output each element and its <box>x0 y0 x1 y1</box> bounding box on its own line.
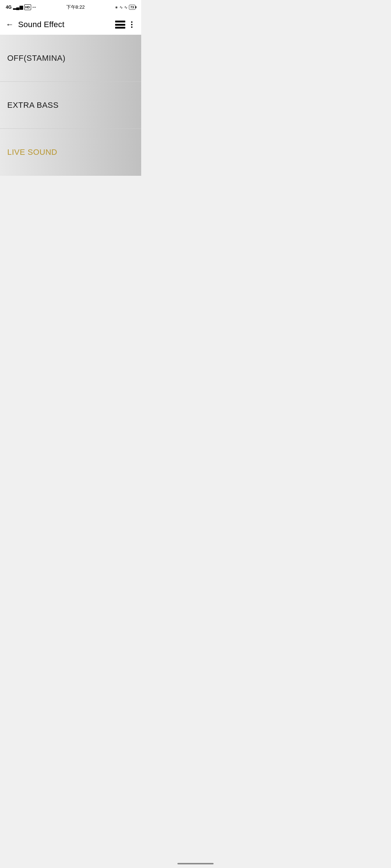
sound-item-label: OFF(STAMINA) <box>7 54 66 63</box>
list-item-live-sound[interactable]: LIVE SOUND <box>0 129 141 176</box>
back-button[interactable]: ← <box>6 20 14 29</box>
list-item-off-stamina[interactable]: OFF(STAMINA) <box>0 35 141 82</box>
battery-indicator: 73 <box>129 5 135 10</box>
status-left: 4G ▂▄▆ HD ··· <box>6 4 36 10</box>
signal-bars: ▂▄▆ <box>13 5 23 10</box>
wifi2-icon: ∿ <box>124 5 127 10</box>
wifi-icon: ∿ <box>119 5 123 10</box>
hd-badge: HD <box>24 4 31 10</box>
page-title: Sound Effect <box>18 20 115 29</box>
status-right: ∗ ∿ ∿ 73 <box>115 5 135 10</box>
status-time: 下午8:22 <box>66 4 85 10</box>
content-area <box>0 176 141 357</box>
dots-indicator: ··· <box>33 5 36 10</box>
toolbar: ← Sound Effect <box>0 14 141 35</box>
list-item-extra-bass[interactable]: EXTRA BASS <box>0 82 141 129</box>
toolbar-icons <box>115 20 135 29</box>
grid-view-icon[interactable] <box>115 21 125 29</box>
status-bar: 4G ▂▄▆ HD ··· 下午8:22 ∗ ∿ ∿ 73 <box>0 0 141 14</box>
sound-list: OFF(STAMINA) EXTRA BASS LIVE SOUND <box>0 35 141 176</box>
more-options-icon[interactable] <box>128 20 135 29</box>
signal-text: 4G <box>6 5 12 10</box>
sound-item-label: LIVE SOUND <box>7 148 57 157</box>
sound-item-label: EXTRA BASS <box>7 101 59 110</box>
bluetooth-icon: ∗ <box>115 5 118 10</box>
